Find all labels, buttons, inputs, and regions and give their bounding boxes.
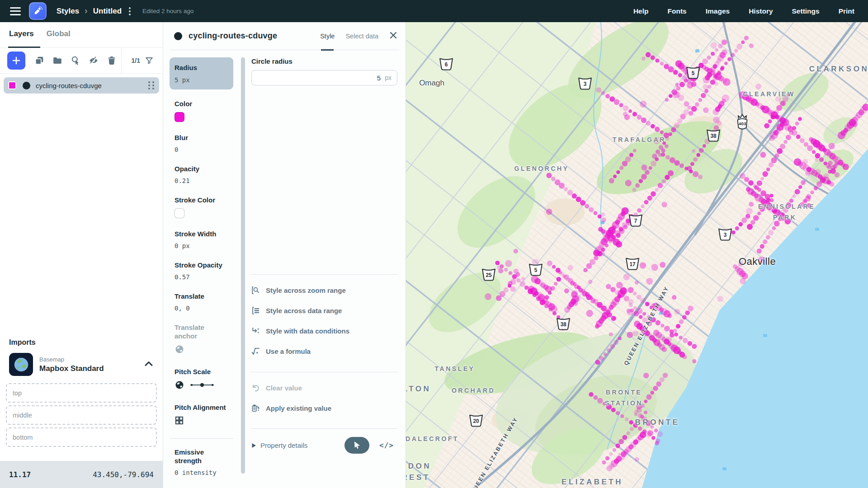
rail-divider: [170, 438, 233, 439]
action-label: Clear value: [266, 384, 302, 392]
duplicate-icon: [34, 56, 44, 66]
action-clear-value: Clear value: [251, 378, 397, 398]
tab-global[interactable]: Global: [47, 29, 71, 48]
property-stroke-width[interactable]: Stroke Width0 px: [170, 230, 233, 249]
plus-icon: [12, 56, 21, 65]
group-layers-button[interactable]: [51, 54, 64, 67]
action-style-across-zoom-range[interactable]: Style across zoom range: [251, 280, 397, 300]
inspect-icon: [71, 56, 80, 66]
eye-off-icon: [89, 56, 99, 66]
mapbox-studio-logo[interactable]: [29, 2, 47, 20]
value-actions: Clear valueApply existing value: [251, 372, 397, 418]
basemap-thumbnail: [9, 353, 33, 376]
nav-images[interactable]: Images: [706, 7, 730, 15]
close-icon: [389, 31, 397, 39]
layer-filter-group: 1/1: [121, 48, 156, 74]
folder-icon: [52, 56, 62, 66]
nav-help[interactable]: Help: [633, 7, 649, 15]
property-label: Pitch Scale: [175, 367, 228, 376]
breadcrumb-styles[interactable]: Styles: [57, 7, 79, 16]
property-value: 0 px: [175, 242, 228, 249]
property-label: Stroke Color: [175, 196, 228, 204]
property-label: Translate: [175, 292, 228, 300]
grid-icon: [175, 416, 228, 427]
imports-heading: Imports: [6, 338, 157, 347]
property-label: Color: [175, 99, 228, 108]
property-details-label: Property details: [260, 441, 307, 449]
action-use-a-formula[interactable]: Use a formula: [251, 341, 397, 361]
action-apply-existing-value[interactable]: Apply existing value: [251, 398, 397, 418]
property-color-swatch[interactable]: [175, 112, 184, 122]
undo-icon: [251, 384, 260, 392]
basemap-label: Basemap: [39, 356, 104, 363]
property-stroke-opacity[interactable]: Stroke Opacity0.57: [170, 261, 233, 281]
action-label: Style with data conditions: [266, 327, 349, 335]
edited-status: Edited 2 hours ago: [142, 8, 193, 14]
map-basemap: [406, 22, 868, 488]
delete-layer-button[interactable]: [105, 54, 118, 67]
property-radius[interactable]: Radius5 px: [170, 57, 233, 89]
inspect-layer-button[interactable]: [69, 54, 82, 67]
basemap-import-row[interactable]: Basemap Mapbox Standard: [6, 353, 157, 376]
layers-sidebar: Layers Global 1/1: [0, 22, 163, 488]
panel-tabs: Style Select data: [320, 22, 378, 50]
property-detail: Circle radius 5 px: [251, 57, 397, 85]
tab-select-data[interactable]: Select data: [345, 22, 378, 50]
apply-icon: [251, 404, 260, 413]
sidebar-tabs: Layers Global: [0, 22, 163, 48]
rail-scrollbar[interactable]: [241, 57, 245, 474]
action-label: Style across zoom range: [266, 286, 346, 294]
basemap-name: Mapbox Standard: [39, 364, 104, 373]
collapse-basemap-button[interactable]: [144, 360, 154, 369]
nav-settings[interactable]: Settings: [792, 7, 820, 15]
duplicate-layer-button[interactable]: [33, 54, 46, 67]
layer-row-cycling-routes[interactable]: cycling-routes-cduvge: [4, 77, 159, 94]
action-style-across-data-range[interactable]: Style across data range: [251, 300, 397, 321]
property-blur[interactable]: Blur0: [170, 133, 233, 153]
action-label: Use a formula: [266, 347, 311, 355]
property-label: Blur: [175, 133, 228, 142]
add-layer-button[interactable]: [7, 52, 25, 70]
layer-color-swatch[interactable]: [8, 81, 16, 89]
basemap-slot-bottom[interactable]: bottom: [6, 427, 157, 447]
nav-print[interactable]: Print: [839, 7, 854, 15]
panel-footer: Property details </>: [251, 428, 397, 454]
tab-layers[interactable]: Layers: [9, 29, 34, 48]
property-value: 5 px: [175, 76, 228, 84]
property-opacity[interactable]: Opacity0.21: [170, 164, 233, 184]
property-color-swatch[interactable]: [175, 208, 184, 218]
pitch-scale-slider[interactable]: [189, 382, 215, 390]
property-pitch-alignment[interactable]: Pitch Alignment: [170, 403, 233, 427]
filter-layers-button[interactable]: [143, 54, 156, 67]
property-translate[interactable]: Translate0, 0: [170, 292, 233, 312]
basemap-slot-middle[interactable]: middle: [6, 405, 157, 425]
property-color[interactable]: Color: [170, 99, 233, 122]
style-options-icon[interactable]: [127, 6, 132, 16]
property-translate-anchor[interactable]: Translate anchor: [170, 323, 233, 356]
property-details-toggle[interactable]: Property details: [251, 441, 307, 449]
basemap-slot-top[interactable]: top: [6, 383, 157, 403]
action-style-with-data-conditions[interactable]: Style with data conditions: [251, 321, 397, 341]
property-stroke-color[interactable]: Stroke Color: [170, 196, 233, 218]
circle-layer-type-icon: [174, 32, 182, 40]
top-navigation: HelpFontsImagesHistorySettingsPrint: [633, 7, 854, 15]
property-pitch-scale[interactable]: Pitch Scale: [170, 367, 233, 392]
nav-fonts[interactable]: Fonts: [668, 7, 687, 15]
zoom-range-icon: [251, 286, 260, 295]
basemap-meta: Basemap Mapbox Standard: [39, 356, 104, 373]
earth-icon: [12, 356, 30, 374]
code-view-button[interactable]: </>: [379, 441, 394, 450]
style-actions: Style across zoom rangeStyle across data…: [251, 274, 397, 361]
property-emissive-strength[interactable]: Emissive strength0 intensity: [170, 448, 233, 476]
circle-radius-input[interactable]: 5 px: [251, 70, 397, 85]
cursor-mode-button[interactable]: [344, 437, 369, 454]
nav-history[interactable]: History: [749, 7, 773, 15]
drag-handle-icon[interactable]: [148, 81, 155, 89]
menu-icon[interactable]: [10, 7, 21, 15]
tab-style[interactable]: Style: [320, 22, 335, 50]
close-panel-button[interactable]: [387, 29, 399, 42]
breadcrumb-style-name[interactable]: Untitled: [93, 7, 122, 16]
property-value: 0 intensity: [175, 469, 228, 476]
toggle-visibility-button[interactable]: [87, 54, 100, 67]
map-canvas[interactable]: OmaghCLARKSONCLEARVIEWTRAFALGARGLENORCHY…: [406, 22, 868, 488]
